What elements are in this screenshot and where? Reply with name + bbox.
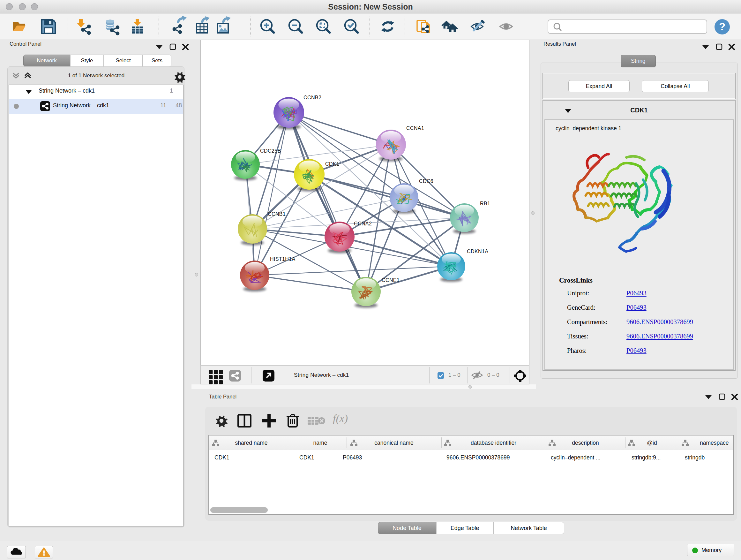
svg-text:CDC25B: CDC25B bbox=[260, 148, 281, 153]
svg-text:CCNE1: CCNE1 bbox=[382, 277, 400, 283]
svg-text:HIST1H1A: HIST1H1A bbox=[270, 256, 295, 262]
svg-text:?: ? bbox=[719, 21, 725, 33]
svg-text:CCNA2: CCNA2 bbox=[354, 221, 372, 226]
svg-text:CCNA1: CCNA1 bbox=[406, 125, 424, 131]
svg-text:CCNB1: CCNB1 bbox=[268, 211, 286, 217]
svg-text:CCNB2: CCNB2 bbox=[304, 95, 321, 100]
svg-text:CDKN1A: CDKN1A bbox=[467, 249, 488, 254]
svg-text:RB1: RB1 bbox=[480, 201, 490, 206]
svg-text:CDC6: CDC6 bbox=[419, 179, 433, 184]
svg-text:CDK1: CDK1 bbox=[325, 161, 339, 167]
